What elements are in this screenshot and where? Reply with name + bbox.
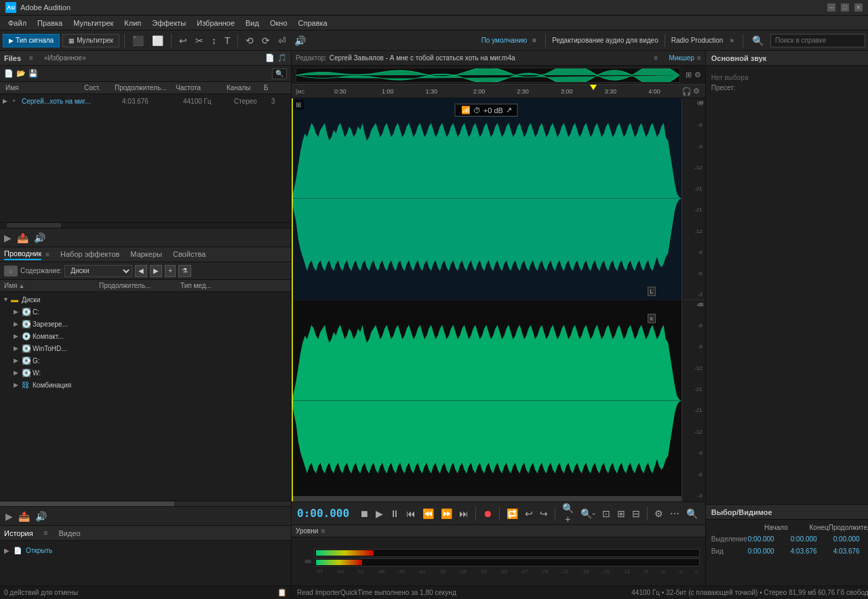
files-icon-2[interactable]: 🎵	[277, 54, 287, 62]
explorer-back-btn[interactable]: ◀	[135, 265, 147, 277]
mixer-button[interactable]: Микшер	[669, 54, 694, 62]
toolbar-btn-9[interactable]: ⏎	[275, 34, 289, 47]
tab-effects[interactable]: Набор эффектов	[60, 250, 119, 260]
editor-menu-icon[interactable]: ≡	[654, 54, 658, 62]
upper-channel-icon[interactable]: ⊞	[293, 100, 304, 110]
menu-file[interactable]: Файл	[3, 18, 32, 28]
files-speaker-btn[interactable]: 🔊	[34, 232, 45, 243]
tree-item-combo[interactable]: ▶ ⛓ Комбинация	[0, 379, 291, 391]
preset-menu-btn[interactable]: ≡	[530, 35, 539, 45]
toolbar-btn-3[interactable]: ↩	[176, 34, 190, 47]
toolbar-btn-8[interactable]: ⟳	[259, 34, 273, 47]
toolbar-expand-btn[interactable]: »	[727, 35, 736, 45]
files-btn-open[interactable]: 📂	[16, 69, 26, 78]
minimize-button[interactable]: ─	[827, 3, 835, 12]
menu-clip[interactable]: Клип	[119, 18, 146, 28]
input-btn[interactable]: ↩	[523, 507, 535, 520]
search-icon[interactable]: 🔍	[749, 34, 766, 47]
files-play-btn[interactable]: ▶	[4, 232, 12, 243]
overview-zoom-in-btn[interactable]: ⊞	[686, 70, 692, 79]
files-btn-new[interactable]: 📄	[4, 69, 14, 78]
tab-markers[interactable]: Маркеры	[130, 250, 162, 260]
files-btn-save[interactable]: 💾	[28, 69, 38, 78]
explorer-forward-btn[interactable]: ▶	[150, 265, 162, 277]
tree-item-compact[interactable]: ▶ 💿 Компакт...	[0, 330, 291, 342]
transport-more-btn[interactable]: ⋯	[668, 507, 682, 520]
search-input[interactable]	[770, 34, 865, 47]
record-button[interactable]: ⏺	[481, 507, 494, 520]
overview-waveform[interactable]	[296, 68, 680, 83]
transport-settings-btn[interactable]: ⚙	[652, 507, 665, 520]
overview-settings-btn[interactable]: ⚙	[694, 70, 701, 79]
close-button[interactable]: ✕	[854, 3, 863, 12]
content-select[interactable]: Диски	[64, 265, 132, 277]
ruler-headphone-btn[interactable]: 🎧	[682, 87, 692, 96]
exp-play-btn[interactable]: ▶	[5, 511, 13, 522]
back-button[interactable]: ⏪	[420, 507, 436, 520]
zoom-full-btn[interactable]: ⊟	[630, 507, 642, 520]
exp-speaker-btn[interactable]: 🔊	[35, 511, 47, 522]
history-item-0[interactable]: ▶ 📄 Открыть	[4, 543, 287, 557]
to-start-button[interactable]: ⏮	[404, 507, 418, 520]
sv-view-dur[interactable]: 4:03.676	[833, 548, 868, 555]
signal-type-button[interactable]: ▶ Тип сигнала	[3, 34, 60, 47]
menu-help[interactable]: Справка	[293, 18, 333, 28]
tree-root-disks[interactable]: ▼ ▬ Диски	[0, 293, 291, 306]
transport-search-btn[interactable]: 🔍	[684, 507, 700, 520]
files-export-btn[interactable]: 📤	[17, 232, 28, 243]
tab-explorer[interactable]: Проводник	[4, 249, 41, 260]
forward-button[interactable]: ⏩	[439, 507, 454, 520]
loop-btn[interactable]: 🔁	[505, 507, 520, 520]
ruler-settings-btn[interactable]: ⚙	[693, 87, 700, 96]
menu-view[interactable]: Вид	[240, 18, 264, 28]
explorer-filter-btn[interactable]: ⚗	[178, 265, 191, 277]
explorer-add-btn[interactable]: +	[165, 265, 176, 277]
output-btn[interactable]: ↪	[538, 507, 550, 520]
explorer-h-scrollbar[interactable]	[0, 501, 291, 506]
files-panel-menu[interactable]: ≡	[29, 54, 33, 62]
toolbar-btn-10[interactable]: 🔊	[292, 34, 309, 47]
tree-item-w[interactable]: ▶ 💽 W:	[0, 367, 291, 379]
zoom-fit-btn[interactable]: ⊞	[615, 507, 627, 520]
waveform-canvas[interactable]: ⊞ 📶 ⏱	[292, 98, 682, 501]
pause-button[interactable]: ⏸	[388, 507, 401, 520]
toolbar-btn-1[interactable]: ⬛	[130, 34, 146, 47]
toolbar-btn-6[interactable]: T	[222, 34, 233, 47]
explorer-home-btn[interactable]: ⌂	[4, 266, 18, 276]
explorer-menu-icon[interactable]: ≡	[45, 251, 50, 258]
tree-item-c[interactable]: ▶ 💽 C:	[0, 306, 291, 318]
sv-view-start[interactable]: 0:00.000	[748, 548, 791, 555]
tab-properties[interactable]: Свойства	[173, 250, 205, 260]
sv-selection-start[interactable]: 0:00.000	[748, 535, 791, 543]
menu-edit[interactable]: Правка	[32, 18, 68, 28]
levels-menu-icon[interactable]: ≡	[321, 527, 325, 535]
exp-export-btn[interactable]: 📤	[18, 511, 30, 522]
waveform-h-scrollbar[interactable]	[292, 496, 682, 501]
toolbar-btn-4[interactable]: ✂	[193, 34, 206, 47]
tree-item-reserved[interactable]: ▶ 💽 Зарезере...	[0, 318, 291, 330]
play-button[interactable]: ▶	[374, 507, 385, 520]
tree-item-g[interactable]: ▶ 💽 G:	[0, 354, 291, 367]
stop-button[interactable]: ⏹	[357, 507, 371, 520]
sv-view-end[interactable]: 4:03.676	[791, 548, 833, 555]
hist-open-label[interactable]: Открыть	[26, 547, 52, 554]
menu-multitrack[interactable]: Мультитрек	[68, 18, 119, 28]
zoom-in-btn[interactable]: 🔍+	[559, 501, 576, 526]
multitrack-button[interactable]: ▦ Мультитрек	[62, 34, 119, 47]
sv-selection-end[interactable]: 0:00.000	[791, 535, 833, 543]
tab-history[interactable]: История	[4, 529, 33, 537]
menu-window[interactable]: Окно	[264, 18, 293, 28]
mixer-menu-icon[interactable]: ≡	[697, 54, 701, 62]
maximize-button[interactable]: □	[841, 3, 849, 12]
toolbar-btn-5[interactable]: ↕	[209, 34, 219, 47]
files-icon-1[interactable]: 📄	[265, 54, 275, 62]
tree-item-wintohd[interactable]: ▶ 💽 WinToHD...	[0, 342, 291, 354]
zoom-sel-btn[interactable]: ⊡	[600, 507, 612, 520]
files-search-input[interactable]: 🔍	[272, 68, 287, 79]
toolbar-btn-2[interactable]: ⬜	[149, 34, 166, 47]
toolbar-btn-7[interactable]: ⟲	[243, 34, 256, 47]
menu-favorites[interactable]: Избранное	[191, 18, 240, 28]
tab-video[interactable]: Видео	[59, 529, 81, 537]
to-end-button[interactable]: ⏭	[457, 507, 471, 520]
sv-selection-dur[interactable]: 0:00.000	[833, 535, 868, 543]
